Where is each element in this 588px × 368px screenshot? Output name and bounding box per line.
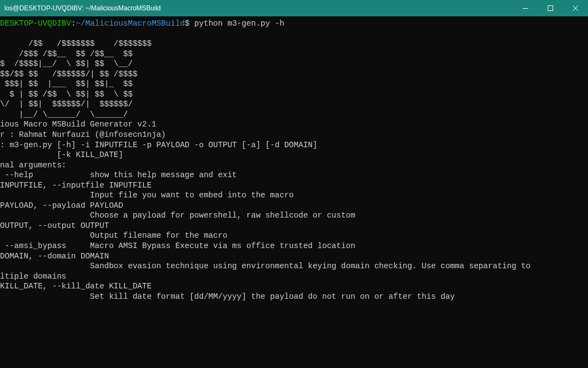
terminal-window: los@DESKTOP-UVQDIBV: ~/MaliciousMacroMSB… <box>0 0 588 368</box>
maximize-button[interactable] <box>538 0 563 16</box>
banner-line: /$$$ /$$__ $$ /$$__ $$ <box>0 49 588 59</box>
banner-line: $$/$$ $$ /$$$$$$/| $$ /$$$$ <box>0 69 588 80</box>
output-line: [-k KILL_DATE] <box>0 150 588 160</box>
output-line: PAYLOAD, --payload PAYLOAD <box>0 201 588 211</box>
minimize-icon <box>523 8 528 9</box>
window-title: los@DESKTOP-UVQDIBV: ~/MaliciousMacroMSB… <box>4 4 161 12</box>
svg-rect-0 <box>523 8 528 9</box>
output-line: Sandbox evasion technique using environm… <box>0 261 588 272</box>
prompt-path: ~/MaliciousMacroMSBuild <box>76 19 185 28</box>
close-icon <box>573 5 578 11</box>
output-line: Input file you want to embed into the ma… <box>0 190 588 201</box>
output-line: Output filename for the macro <box>0 231 588 241</box>
banner-line: \/ | $$| $$$$$$/| $$$$$$/ <box>0 99 588 110</box>
prompt-sep1: : <box>71 19 76 28</box>
output-line: DOMAIN, --domain DOMAIN <box>0 251 588 262</box>
banner-line: /$$ /$$$$$$$ /$$$$$$$ <box>0 39 588 49</box>
output-line: nal arguments: <box>0 160 588 171</box>
banner-line: |__/ \______/ \______/ <box>0 110 588 120</box>
blank-line <box>0 29 588 39</box>
svg-rect-1 <box>548 6 553 11</box>
maximize-icon <box>548 5 553 11</box>
output-line: --help show this help message and exit <box>0 170 588 180</box>
output-line: ious Macro MSBuild Generator v2.1 <box>0 119 588 130</box>
banner-line: $ /$$$$|__/ \ $$| $$ \__/ <box>0 59 588 69</box>
prompt-command: python m3-gen.py -h <box>189 19 284 28</box>
window-controls <box>513 0 588 16</box>
output-line: KILL_DATE, --kill_date KILL_DATE <box>0 281 588 292</box>
output-line: : m3-gen.py [-h] -i INPUTFILE -p PAYLOAD… <box>0 140 588 150</box>
output-line: --amsi_bypass Macro AMSI Bypass Execute … <box>0 241 588 251</box>
prompt-sep2: $ <box>185 19 189 28</box>
minimize-button[interactable] <box>513 0 538 16</box>
output-line: Set kill date format [dd/MM/yyyy] the pa… <box>0 292 588 302</box>
banner-line: $$$| $$ |___ $$| $$|_ $$ <box>0 79 588 89</box>
close-button[interactable] <box>563 0 588 16</box>
output-line: r : Rahmat Nurfauzi (@infosecn1nja) <box>0 130 588 140</box>
terminal-body[interactable]: DESKTOP-UVQDIBV:~/MaliciousMacroMSBuild$… <box>0 16 588 368</box>
output-line: ltiple domains <box>0 272 588 282</box>
output-line: OUTPUT, --output OUTPUT <box>0 221 588 231</box>
banner-line: $ | $$ /$$ \ $$| $$ \ $$ <box>0 89 588 100</box>
output-line: INPUTFILE, --inputfile INPUTFILE <box>0 180 588 191</box>
prompt-line: DESKTOP-UVQDIBV:~/MaliciousMacroMSBuild$… <box>0 19 588 29</box>
output-line: Choose a payload for powershell, raw she… <box>0 210 588 221</box>
titlebar: los@DESKTOP-UVQDIBV: ~/MaliciousMacroMSB… <box>0 0 588 16</box>
prompt-user-host: DESKTOP-UVQDIBV <box>0 19 71 28</box>
